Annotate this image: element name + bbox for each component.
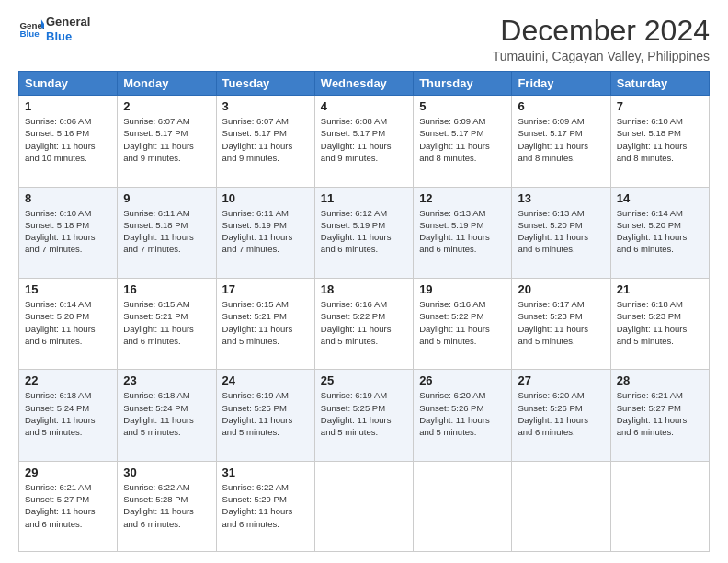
calendar-cell: 22 Sunrise: 6:18 AM Sunset: 5:24 PM Dayl… <box>19 370 118 461</box>
calendar-cell: 11 Sunrise: 6:12 AM Sunset: 5:19 PM Dayl… <box>314 187 413 278</box>
daylight-text: Daylight: 11 hours and 6 minutes. <box>518 232 588 254</box>
calendar-cell: 6 Sunrise: 6:09 AM Sunset: 5:17 PM Dayli… <box>512 96 610 187</box>
sunrise-text: Sunrise: 6:07 AM <box>123 116 189 126</box>
calendar-cell: 14 Sunrise: 6:14 AM Sunset: 5:20 PM Dayl… <box>610 187 709 278</box>
day-number: 7 <box>617 99 703 113</box>
header: General Blue General Blue December 2024 … <box>18 15 710 63</box>
sunrise-text: Sunrise: 6:16 AM <box>321 299 387 309</box>
day-number: 28 <box>617 373 703 387</box>
calendar-cell <box>512 461 610 551</box>
sunrise-text: Sunrise: 6:19 AM <box>222 390 289 400</box>
calendar-cell: 16 Sunrise: 6:15 AM Sunset: 5:21 PM Dayl… <box>118 278 216 369</box>
calendar-cell: 12 Sunrise: 6:13 AM Sunset: 5:19 PM Dayl… <box>414 187 512 278</box>
daylight-text: Daylight: 11 hours and 5 minutes. <box>617 324 688 346</box>
day-header-sunday: Sunday <box>19 72 118 96</box>
logo: General Blue General Blue <box>18 15 90 43</box>
logo-icon: General Blue <box>18 17 44 42</box>
sunset-text: Sunset: 5:23 PM <box>518 311 582 321</box>
sunrise-text: Sunrise: 6:18 AM <box>617 299 683 309</box>
sunset-text: Sunset: 5:17 PM <box>419 128 483 138</box>
sunset-text: Sunset: 5:22 PM <box>419 311 483 321</box>
sunrise-text: Sunrise: 6:08 AM <box>321 116 387 126</box>
day-number: 17 <box>222 282 309 296</box>
sunset-text: Sunset: 5:20 PM <box>518 220 582 230</box>
sunset-text: Sunset: 5:26 PM <box>419 403 483 413</box>
daylight-text: Daylight: 11 hours and 6 minutes. <box>617 232 688 254</box>
calendar-cell: 19 Sunrise: 6:16 AM Sunset: 5:22 PM Dayl… <box>414 278 512 369</box>
sunrise-text: Sunrise: 6:21 AM <box>25 482 91 492</box>
day-number: 18 <box>321 282 407 296</box>
day-number: 30 <box>123 465 210 479</box>
sunset-text: Sunset: 5:20 PM <box>617 220 681 230</box>
sunset-text: Sunset: 5:19 PM <box>222 220 287 230</box>
day-number: 14 <box>617 191 703 205</box>
sunrise-text: Sunrise: 6:22 AM <box>222 482 289 492</box>
daylight-text: Daylight: 11 hours and 6 minutes. <box>222 506 293 528</box>
sunset-text: Sunset: 5:27 PM <box>25 494 89 504</box>
sunset-text: Sunset: 5:25 PM <box>321 403 385 413</box>
day-header-saturday: Saturday <box>610 72 709 96</box>
sunrise-text: Sunrise: 6:15 AM <box>123 299 189 309</box>
calendar-cell: 17 Sunrise: 6:15 AM Sunset: 5:21 PM Dayl… <box>216 278 314 369</box>
sunrise-text: Sunrise: 6:09 AM <box>419 116 485 126</box>
calendar-cell: 18 Sunrise: 6:16 AM Sunset: 5:22 PM Dayl… <box>314 278 413 369</box>
sunrise-text: Sunrise: 6:07 AM <box>222 116 289 126</box>
sunrise-text: Sunrise: 6:16 AM <box>419 299 485 309</box>
sunset-text: Sunset: 5:24 PM <box>123 403 188 413</box>
sunset-text: Sunset: 5:17 PM <box>222 128 287 138</box>
calendar-cell: 4 Sunrise: 6:08 AM Sunset: 5:17 PM Dayli… <box>314 96 413 187</box>
calendar-cell: 9 Sunrise: 6:11 AM Sunset: 5:18 PM Dayli… <box>118 187 216 278</box>
sunset-text: Sunset: 5:26 PM <box>518 403 582 413</box>
daylight-text: Daylight: 11 hours and 6 minutes. <box>321 232 392 254</box>
calendar-cell: 10 Sunrise: 6:11 AM Sunset: 5:19 PM Dayl… <box>216 187 314 278</box>
day-number: 2 <box>123 99 210 113</box>
main-title: December 2024 <box>493 15 710 47</box>
calendar-cell: 21 Sunrise: 6:18 AM Sunset: 5:23 PM Dayl… <box>610 278 709 369</box>
daylight-text: Daylight: 11 hours and 5 minutes. <box>321 324 392 346</box>
daylight-text: Daylight: 11 hours and 8 minutes. <box>617 141 688 163</box>
daylight-text: Daylight: 11 hours and 5 minutes. <box>321 415 392 437</box>
calendar-header-row: SundayMondayTuesdayWednesdayThursdayFrid… <box>19 72 710 96</box>
day-number: 4 <box>321 99 407 113</box>
day-header-tuesday: Tuesday <box>216 72 314 96</box>
sunrise-text: Sunrise: 6:20 AM <box>419 390 485 400</box>
daylight-text: Daylight: 11 hours and 9 minutes. <box>222 141 293 163</box>
sunset-text: Sunset: 5:19 PM <box>419 220 483 230</box>
calendar-cell: 29 Sunrise: 6:21 AM Sunset: 5:27 PM Dayl… <box>19 461 118 551</box>
sunset-text: Sunset: 5:17 PM <box>321 128 385 138</box>
calendar-cell: 8 Sunrise: 6:10 AM Sunset: 5:18 PM Dayli… <box>19 187 118 278</box>
logo-line1: General <box>46 15 90 29</box>
day-header-thursday: Thursday <box>414 72 512 96</box>
sunrise-text: Sunrise: 6:21 AM <box>617 390 683 400</box>
sunset-text: Sunset: 5:17 PM <box>123 128 188 138</box>
daylight-text: Daylight: 11 hours and 6 minutes. <box>25 506 96 528</box>
day-number: 11 <box>321 191 407 205</box>
sunset-text: Sunset: 5:24 PM <box>25 403 89 413</box>
day-number: 13 <box>518 191 604 205</box>
sunset-text: Sunset: 5:25 PM <box>222 403 287 413</box>
calendar-cell: 31 Sunrise: 6:22 AM Sunset: 5:29 PM Dayl… <box>216 461 314 551</box>
title-block: December 2024 Tumauini, Cagayan Valley, … <box>493 15 710 63</box>
daylight-text: Daylight: 11 hours and 6 minutes. <box>518 415 588 437</box>
daylight-text: Daylight: 11 hours and 5 minutes. <box>222 415 293 437</box>
daylight-text: Daylight: 11 hours and 8 minutes. <box>518 141 588 163</box>
calendar-cell: 30 Sunrise: 6:22 AM Sunset: 5:28 PM Dayl… <box>118 461 216 551</box>
day-number: 9 <box>123 191 210 205</box>
daylight-text: Daylight: 11 hours and 6 minutes. <box>25 324 96 346</box>
calendar-cell: 2 Sunrise: 6:07 AM Sunset: 5:17 PM Dayli… <box>118 96 216 187</box>
calendar-cell <box>314 461 413 551</box>
sunset-text: Sunset: 5:21 PM <box>222 311 287 321</box>
daylight-text: Daylight: 11 hours and 9 minutes. <box>123 141 194 163</box>
sunrise-text: Sunrise: 6:18 AM <box>123 390 189 400</box>
calendar-cell: 20 Sunrise: 6:17 AM Sunset: 5:23 PM Dayl… <box>512 278 610 369</box>
sunrise-text: Sunrise: 6:13 AM <box>419 208 485 218</box>
daylight-text: Daylight: 11 hours and 9 minutes. <box>321 141 392 163</box>
sunrise-text: Sunrise: 6:10 AM <box>25 208 91 218</box>
daylight-text: Daylight: 11 hours and 6 minutes. <box>123 506 194 528</box>
daylight-text: Daylight: 11 hours and 10 minutes. <box>25 141 96 163</box>
daylight-text: Daylight: 11 hours and 7 minutes. <box>25 232 96 254</box>
sunrise-text: Sunrise: 6:17 AM <box>518 299 584 309</box>
sunset-text: Sunset: 5:19 PM <box>321 220 385 230</box>
sunset-text: Sunset: 5:16 PM <box>25 128 89 138</box>
daylight-text: Daylight: 11 hours and 5 minutes. <box>518 324 588 346</box>
